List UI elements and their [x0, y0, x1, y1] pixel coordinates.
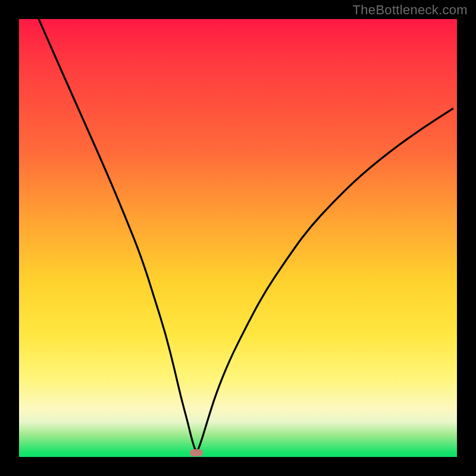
minimum-marker-icon	[190, 449, 203, 456]
watermark-text: TheBottleneck.com	[353, 2, 468, 18]
bottleneck-curve	[19, 19, 457, 457]
chart-frame: TheBottleneck.com	[0, 0, 476, 476]
plot-area	[19, 19, 457, 457]
